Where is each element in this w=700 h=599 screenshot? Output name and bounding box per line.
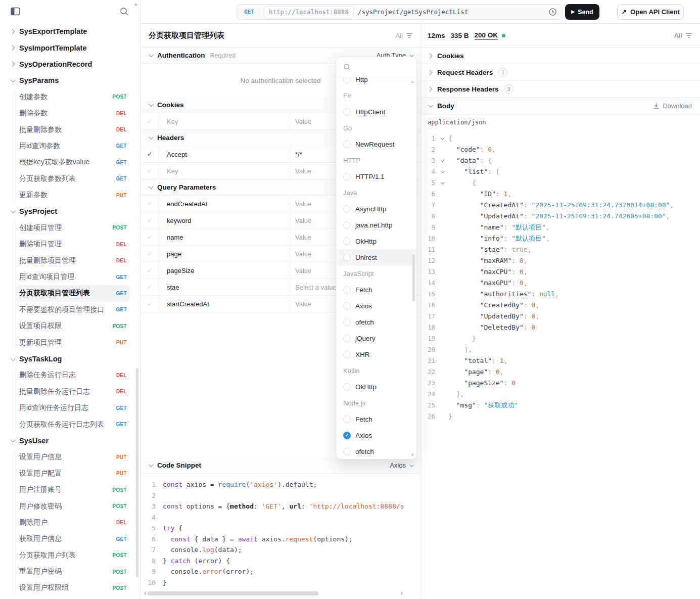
- response-filter[interactable]: All: [674, 32, 692, 39]
- fold-toggle[interactable]: [435, 155, 448, 166]
- row-checkbox[interactable]: ✓: [141, 246, 159, 262]
- dropdown-item[interactable]: Http: [336, 77, 416, 87]
- key-cell[interactable]: Key: [159, 113, 291, 129]
- dropdown-item[interactable]: OkHttp: [336, 233, 416, 249]
- key-cell[interactable]: startCreatedAt: [159, 296, 291, 312]
- sidebar-item[interactable]: 更新参数PUT: [16, 187, 130, 203]
- row-checkbox[interactable]: ✓: [141, 146, 159, 162]
- sidebar-item[interactable]: 创建项目管理POST: [16, 220, 130, 236]
- sidebar-item[interactable]: 分页获取项目管理列表GET: [16, 285, 130, 301]
- sidebar-item[interactable]: 用户注册账号POST: [16, 482, 130, 498]
- sidebar-group[interactable]: SysProject: [0, 203, 140, 219]
- url-path-field[interactable]: /sysProject/getSysProjectList: [358, 8, 468, 16]
- body-section-header[interactable]: Body Download: [421, 98, 700, 114]
- row-checkbox[interactable]: ✓: [141, 163, 159, 179]
- sidebar-item[interactable]: 获取用户信息GET: [16, 531, 130, 547]
- sidebar-group[interactable]: SysUser: [0, 433, 140, 449]
- response-section-header[interactable]: Response Headers3: [421, 81, 700, 98]
- dropdown-item[interactable]: OkHttp: [336, 379, 416, 395]
- sidebar-group[interactable]: SysOperationRecord: [0, 56, 140, 72]
- sidebar-item[interactable]: 设置项目权限POST: [16, 318, 130, 334]
- sidebar-item[interactable]: 用户修改密码POST: [16, 498, 130, 514]
- key-cell[interactable]: endCreatedAt: [159, 196, 291, 212]
- row-checkbox[interactable]: ✓: [141, 262, 159, 279]
- key-cell[interactable]: page: [159, 246, 291, 262]
- dropdown-item[interactable]: AsyncHttp: [336, 201, 416, 217]
- key-cell[interactable]: Accept: [159, 146, 291, 162]
- key-cell[interactable]: keyword: [159, 212, 291, 228]
- sidebar-item[interactable]: 删除用户DEL: [16, 515, 130, 531]
- fold-toggle[interactable]: [435, 177, 448, 189]
- key-cell[interactable]: name: [159, 229, 291, 245]
- scrollbar-thumb[interactable]: [148, 591, 318, 595]
- sidebar-group[interactable]: SysTaskLog: [0, 351, 140, 367]
- code-snippet-header[interactable]: Code Snippet Axios: [141, 457, 421, 474]
- dropdown-scrollbar[interactable]: [412, 254, 415, 301]
- row-checkbox[interactable]: ✓: [141, 113, 159, 129]
- response-section-header[interactable]: Request Headers1: [421, 64, 700, 81]
- sidebar-item[interactable]: 批量删除任务运行日志DEL: [16, 384, 130, 400]
- scroll-right-arrow[interactable]: [401, 591, 403, 595]
- key-cell[interactable]: stae: [159, 279, 291, 295]
- sidebar-group[interactable]: SysExportTemplate: [0, 23, 140, 39]
- code-horizontal-scrollbar[interactable]: [141, 590, 421, 597]
- sidebar-group[interactable]: SysImportTemplate: [0, 39, 140, 56]
- dropdown-item[interactable]: Fetch: [336, 411, 416, 427]
- dropdown-scroll-down-arrow[interactable]: [411, 454, 414, 456]
- open-api-client-button[interactable]: ↗ Open API Client: [617, 4, 684, 20]
- dropdown-item[interactable]: XHR: [336, 346, 416, 362]
- dropdown-item[interactable]: ofetch: [336, 314, 416, 330]
- sidebar-item[interactable]: 更新项目管理PUT: [16, 334, 130, 350]
- sidebar-group[interactable]: SysParams: [0, 72, 140, 88]
- dropdown-search-input[interactable]: [336, 57, 416, 77]
- sidebar-item[interactable]: 重置用户密码POST: [16, 564, 130, 580]
- sidebar-item[interactable]: 用id查询参数GET: [16, 138, 130, 154]
- fold-toggle[interactable]: [435, 166, 448, 177]
- key-cell[interactable]: Key: [159, 163, 291, 179]
- sidebar-item[interactable]: 删除参数DEL: [16, 105, 130, 121]
- dropdown-item[interactable]: NewRequest: [336, 136, 416, 152]
- request-filter[interactable]: All: [396, 32, 412, 39]
- sidebar-item[interactable]: 删除任务运行日志DEL: [16, 367, 130, 383]
- send-button[interactable]: ▶ Send: [565, 4, 599, 20]
- base-url-field[interactable]: http://localhost:8888: [264, 6, 354, 18]
- scroll-left-arrow[interactable]: [144, 591, 146, 595]
- sidebar-item[interactable]: 不需要鉴权的项目管理接口GET: [16, 302, 130, 318]
- sidebar-item[interactable]: 批量删除项目管理DEL: [16, 252, 130, 268]
- dropdown-item[interactable]: HTTP/1.1: [336, 168, 416, 185]
- sidebar-scrollbar[interactable]: [136, 368, 138, 577]
- sidebar-item[interactable]: 分页获取参数列表GET: [16, 171, 130, 187]
- sidebar-item[interactable]: 用id查询项目管理GET: [16, 269, 130, 285]
- search-icon[interactable]: [120, 7, 129, 16]
- row-checkbox[interactable]: ✓: [141, 229, 159, 245]
- dropdown-item[interactable]: ofetch: [336, 443, 416, 459]
- dropdown-item[interactable]: java.net.http: [336, 217, 416, 233]
- sidebar-item[interactable]: 设置用户权限组POST: [16, 580, 130, 596]
- sidebar-item[interactable]: 删除项目管理DEL: [16, 236, 130, 252]
- sidebar-item[interactable]: 设置用户信息PUT: [16, 449, 130, 465]
- dropdown-item[interactable]: Axios: [336, 298, 416, 314]
- dropdown-item[interactable]: Fetch: [336, 282, 416, 298]
- history-icon[interactable]: [548, 8, 557, 16]
- row-checkbox[interactable]: ✓: [141, 296, 159, 312]
- sidebar-item[interactable]: 分页获取任务运行日志列表GET: [16, 416, 130, 432]
- dropdown-item[interactable]: ✓Axios: [336, 427, 416, 443]
- dropdown-item[interactable]: Unirest: [336, 249, 416, 265]
- url-bar[interactable]: GET http://localhost:8888 /sysProject/ge…: [237, 4, 563, 20]
- row-checkbox[interactable]: ✓: [141, 279, 159, 295]
- sidebar-item[interactable]: 设置用户配置PUT: [16, 466, 130, 482]
- status-code[interactable]: 200 OK: [475, 31, 498, 40]
- fold-toggle[interactable]: [435, 133, 448, 144]
- sidebar-item[interactable]: 根据key获取参数valueGET: [16, 154, 130, 170]
- row-checkbox[interactable]: ✓: [141, 212, 159, 228]
- key-cell[interactable]: pageSize: [159, 262, 291, 279]
- sidebar-item[interactable]: 分页获取用户列表POST: [16, 547, 130, 564]
- sidebar-item[interactable]: 创建参数POST: [16, 89, 130, 105]
- row-checkbox[interactable]: ✓: [141, 196, 159, 212]
- panel-toggle-icon[interactable]: [11, 7, 20, 16]
- code-editor[interactable]: 1const axios = require('axios').default;…: [141, 474, 421, 588]
- sidebar-item[interactable]: 批量删除参数DEL: [16, 121, 130, 137]
- dropdown-item[interactable]: HttpClient: [336, 104, 416, 120]
- dropdown-item[interactable]: jQuery: [336, 330, 416, 346]
- code-language-select[interactable]: Axios: [390, 462, 412, 469]
